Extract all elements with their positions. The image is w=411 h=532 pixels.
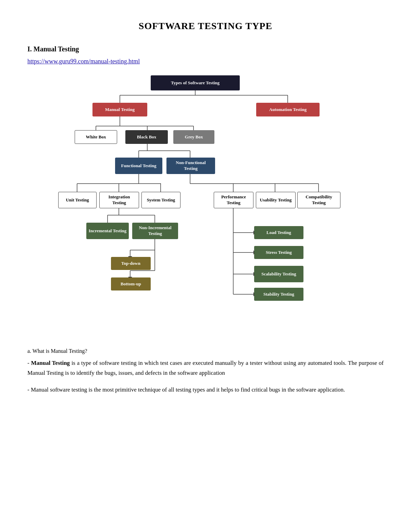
performance-testing-box: Performance Testing xyxy=(214,192,253,208)
white-box: White Box xyxy=(75,130,117,144)
scalability-testing-box: Scalability Testing xyxy=(254,266,303,282)
incremental-testing-box: Incremental Testing xyxy=(86,223,129,239)
root-box: Types of Software Testing xyxy=(151,75,240,90)
usability-testing-box: Usability Testing xyxy=(256,192,296,208)
diagram-container: Types of Software Testing Manual Testing… xyxy=(27,75,384,336)
manual-testing-box: Manual Testing xyxy=(92,103,147,116)
page-title: SOFTWARE TESTING TYPE xyxy=(27,21,384,32)
black-box: Black Box xyxy=(125,130,168,144)
nonfunctional-testing-box: Non-Functional Testing xyxy=(166,158,215,174)
compatibility-testing-box: Compatibility Testing xyxy=(297,192,340,208)
system-testing-box: System Testing xyxy=(141,192,180,208)
topdown-box: Top-down xyxy=(111,257,151,270)
paragraph-1-prefix: - xyxy=(27,360,31,366)
testing-diagram: Types of Software Testing Manual Testing… xyxy=(58,75,353,336)
paragraph-1-rest: is a type of software testing in which t… xyxy=(27,360,384,376)
paragraph-1: - Manual Testing is a type of software t… xyxy=(27,358,384,378)
functional-testing-box: Functional Testing xyxy=(115,158,162,174)
manual-testing-link[interactable]: https://www.guru99.com/manual-testing.ht… xyxy=(27,58,384,65)
unit-testing-box: Unit Testing xyxy=(58,192,97,208)
integration-testing-box: Integration Testing xyxy=(99,192,139,208)
paragraph-2-text: - Manual software testing is the most pr… xyxy=(27,386,345,393)
bottomup-box: Bottom-up xyxy=(111,277,151,290)
automation-testing-box: Automation Testing xyxy=(256,103,320,116)
load-testing-box: Load Testing xyxy=(254,226,303,239)
grey-box: Grey Box xyxy=(173,130,214,144)
stress-testing-box: Stress Testing xyxy=(254,246,303,259)
content-section: a. What is Manual Testing? - Manual Test… xyxy=(27,348,384,395)
nonincremental-testing-box: Non-Incremental Testing xyxy=(132,223,178,239)
question-label: a. What is Manual Testing? xyxy=(27,348,384,354)
stability-testing-box: Stability Testing xyxy=(254,288,303,301)
bold-term-1: Manual Testing xyxy=(31,360,70,366)
section-heading: I. Manual Testing xyxy=(27,45,384,53)
paragraph-2: - Manual software testing is the most pr… xyxy=(27,385,384,395)
